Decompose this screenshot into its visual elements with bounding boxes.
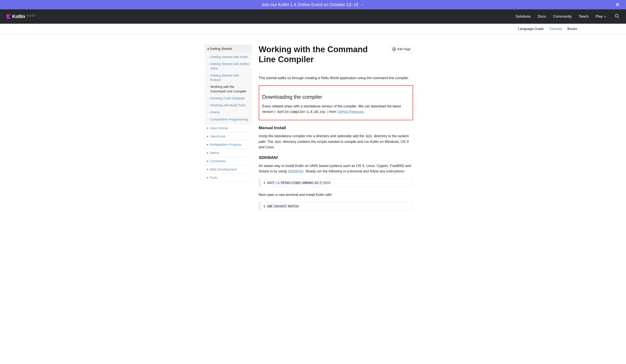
main-content: Working with the Command Line Compiler E…	[252, 44, 413, 215]
sidebar-item-eclipse[interactable]: Getting Started with Eclipse	[204, 72, 252, 83]
github-icon	[392, 47, 396, 51]
edit-page-label: Edit Page	[397, 47, 411, 51]
sidebar-item-command-line[interactable]: Working with the Command Line Compiler	[204, 83, 252, 95]
nav-play[interactable]: Play ↗	[595, 14, 606, 19]
external-link-icon: ↗	[604, 15, 606, 18]
sidebar-item-intellij[interactable]: Getting Started with IntelliJ IDEA	[204, 60, 252, 72]
nav-play-label: Play	[595, 14, 603, 19]
triangle-right-icon: ▶	[207, 176, 209, 179]
subnav-language-guide[interactable]: Language Guide	[518, 27, 544, 31]
version-label: v1.4.10	[26, 14, 35, 17]
sidebar-section-web[interactable]: ▶Web Development	[204, 165, 252, 173]
sidebar-section-coroutines[interactable]: ▶Coroutines	[204, 157, 252, 165]
sidebar-section-tools[interactable]: ▶Tools	[204, 173, 252, 182]
sdkman-paragraph: An easier way to install Kotlin on UNIX …	[259, 163, 413, 174]
sidebar-section-java-interop[interactable]: ▶Java Interop	[204, 124, 252, 132]
sidebar-section-native[interactable]: ▶Native	[204, 149, 252, 157]
bin-code: bin	[274, 140, 282, 144]
banner-text: Join our Kotlin 1.4 Online Event on Octo…	[262, 2, 358, 7]
intro-paragraph: This tutorial walks us through creating …	[259, 75, 413, 81]
sidebar-section-label: Tools	[210, 176, 218, 179]
sidebar-section-label: Multiplatform Projects	[210, 143, 241, 146]
sdkman-link[interactable]: SDKMAN!	[288, 169, 304, 173]
subnav-books[interactable]: Books	[568, 27, 577, 31]
nav-docs[interactable]: Docs	[538, 14, 546, 19]
manual-install-paragraph: Unzip the standalone compiler into a dir…	[259, 133, 413, 150]
next-terminal-paragraph: Next open a new terminal and install Kot…	[259, 192, 413, 198]
heading-downloading: Downloading the compiler	[262, 94, 410, 100]
sidebar-item-koans[interactable]: Koans	[204, 109, 252, 116]
triangle-right-icon: ▶	[207, 127, 209, 129]
sidebar-section-label: Getting Started	[210, 47, 232, 50]
triangle-right-icon: ▶	[207, 135, 209, 137]
sidebar-section-label: Coroutines	[210, 159, 226, 163]
close-icon[interactable]: ✕	[616, 2, 620, 8]
sidebar-section-multiplatform[interactable]: ▶Multiplatform Projects	[204, 140, 252, 149]
sidebar: ◢ Getting Started Getting Started with K…	[204, 44, 252, 215]
sidebar-section-label: Native	[210, 151, 219, 155]
triangle-right-icon: ▶	[207, 152, 209, 154]
triangle-right-icon: ▶	[207, 143, 209, 146]
event-banner[interactable]: Join our Kotlin 1.4 Online Event on Octo…	[0, 0, 626, 9]
sub-nav: Language Guide Tutorials Books	[0, 24, 626, 34]
arrow-right-icon: →	[360, 2, 364, 7]
nav-solutions[interactable]: Solutions	[515, 14, 531, 19]
nav-community[interactable]: Community	[553, 14, 572, 19]
sidebar-section-javascript[interactable]: ▶JavaScript	[204, 132, 252, 140]
bin-code: bin	[365, 134, 373, 138]
subnav-tutorials[interactable]: Tutorials	[549, 27, 562, 31]
sidebar-sublist: Getting Started with Kotlin Getting Star…	[204, 53, 252, 124]
compiler-filename-code: kotlin-compiler-1.4.10.zip	[276, 110, 326, 114]
svg-line-1	[618, 17, 619, 18]
kotlin-logo-icon	[6, 14, 11, 19]
heading-manual-install: Manual Install	[259, 125, 413, 130]
github-releases-link[interactable]: GitHub Releases	[337, 110, 364, 114]
logo-text: Kotlin	[12, 14, 25, 19]
code-block-sdk-install: $ sdk install kotlin	[259, 202, 413, 210]
code-block-curl: $ curl -s https://get.sdkman.io | bash	[259, 178, 413, 187]
triangle-right-icon: ▶	[207, 160, 209, 162]
search-icon[interactable]	[615, 14, 620, 19]
sidebar-section-label: JavaScript	[210, 134, 225, 138]
sidebar-item-snippets[interactable]: Running Code Snippets	[204, 95, 252, 102]
sidebar-section-getting-started[interactable]: ◢ Getting Started	[204, 44, 252, 53]
page-title: Working with the Command Line Compiler	[259, 44, 386, 64]
sidebar-section-label: Web Development	[210, 167, 237, 171]
sidebar-item-build-tools[interactable]: Working with Build Tools	[204, 102, 252, 109]
highlighted-section: Downloading the compiler Every release s…	[259, 85, 413, 120]
triangle-right-icon: ▶	[207, 168, 209, 170]
sidebar-item-kotlin[interactable]: Getting Started with Kotlin	[204, 53, 252, 60]
nav-teach[interactable]: Teach	[579, 14, 588, 19]
top-nav: Kotlin v1.4.10 Solutions Docs Community …	[0, 9, 626, 24]
triangle-down-icon: ◢	[207, 47, 209, 50]
logo[interactable]: Kotlin v1.4.10	[6, 14, 35, 19]
heading-sdkman: SDKMAN!	[259, 155, 413, 160]
download-paragraph: Every release ships with a standalone ve…	[262, 104, 410, 115]
edit-page-button[interactable]: Edit Page	[390, 46, 413, 52]
svg-point-0	[615, 14, 618, 17]
sidebar-item-competitive[interactable]: Competitive Programming	[204, 116, 252, 123]
sidebar-section-label: Java Interop	[210, 126, 228, 130]
